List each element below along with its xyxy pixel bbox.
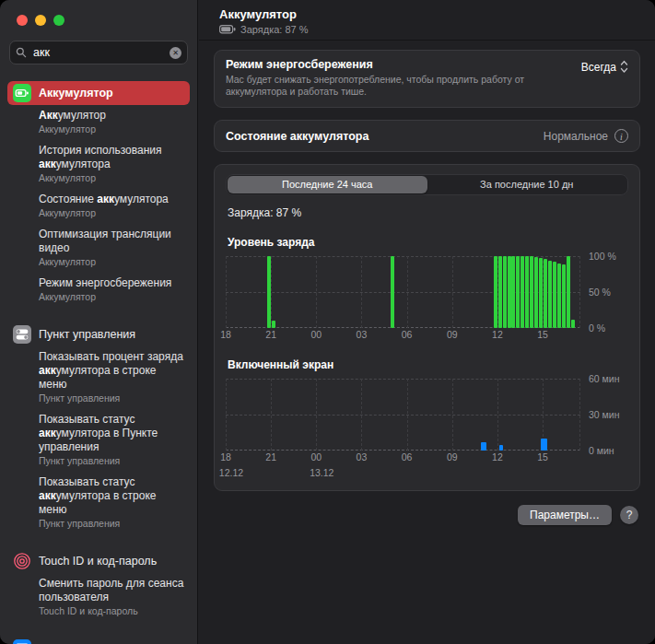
chart-bar [534,257,538,328]
energy-mode-card: Режим энергосбережения Mac будет снижать… [214,50,640,108]
sidebar-result-item[interactable]: Оптимизация трансляции видеоАккумулятор [7,224,190,273]
chart-bar [571,320,575,328]
sidebar-app-item[interactable]: Аккумулятор [7,81,190,105]
result-subtitle: Аккумулятор [39,172,184,184]
chart-bar [557,263,561,328]
gridline [452,379,453,451]
energy-mode-popup[interactable]: Всегда [581,60,628,74]
gridline [226,415,580,416]
zoom-button[interactable] [53,15,64,26]
result-subtitle: Аккумулятор [39,256,184,268]
gridline [316,256,317,328]
date-label: 13.12 [310,467,333,478]
y-axis-label: 100 % [589,251,616,262]
battery-usage-card: Последние 24 часаЗа последние 10 дн Заря… [214,164,640,491]
chart-bar [544,259,547,328]
minimize-button[interactable] [35,15,46,26]
y-axis-label: 0 % [589,322,605,334]
close-button[interactable] [17,15,28,26]
x-axis-label: 21 [265,329,276,340]
x-axis-label: 18 [220,451,231,463]
search-field[interactable]: ✕ [9,41,188,64]
screen-on-chart: Включенный экран 60 мин30 мин0 мин 18210… [226,358,628,479]
sidebar-app-item[interactable]: Дисплеи [7,637,190,644]
x-axis-label: 03 [357,329,368,340]
battery-level-chart: Уровень заряда 100 %50 %0 % 182100030609… [226,236,628,342]
battery-health-value: Нормальное [544,130,608,143]
sidebar-result-item[interactable]: Показывать статус аккумулятора в строке … [7,472,190,534]
battery-status-icon [219,25,236,34]
x-axis-label: 09 [447,329,458,340]
chart-x-axis: 1821000306091215 [226,328,580,342]
sidebar-app-item[interactable]: Пункт управления [7,322,190,346]
result-subtitle: Аккумулятор [39,207,184,219]
result-title: История использования аккумулятора [39,144,184,171]
x-axis-label: 09 [447,451,458,463]
gridline [407,379,408,451]
help-button[interactable]: ? [620,506,638,524]
result-title: Показывать статус аккумулятора в строке … [39,475,184,517]
sidebar-result-item[interactable]: Режим энергосбереженияАккумулятор [7,273,190,308]
display-icon [13,639,31,644]
chart-title: Включенный экран [228,358,626,371]
gridline [407,256,408,328]
energy-mode-value: Всегда [581,61,616,74]
search-icon [16,47,27,58]
chart-date-axis: 12.1213.12 [226,466,580,479]
charge-label: Зарядка: 87 % [228,206,626,219]
chart-bar [481,442,486,451]
chart-plot-area: 100 %50 %0 % [226,256,580,328]
content: Режим энергосбережения Mac будет снижать… [199,41,655,525]
sidebar-app-item[interactable]: Touch ID и код-пароль [7,549,190,573]
chart-bar [539,258,543,328]
x-axis-label: 15 [537,451,548,463]
clear-search-icon[interactable]: ✕ [170,47,181,59]
sidebar-app-label: Touch ID и код-пароль [39,555,157,568]
options-button[interactable]: Параметры… [518,505,612,525]
sidebar-result-item[interactable]: Состояние аккумулятораАккумулятор [7,189,190,224]
chart-bar [553,262,556,328]
chart-x-axis: 1821000306091215 [226,451,580,464]
result-title: Показывать процент заряда аккумулятора в… [39,350,184,392]
gridline [579,379,580,451]
x-axis-label: 12 [492,451,503,463]
sidebar-result-item[interactable]: Сменить пароль для сеанса пользователяTo… [7,573,190,622]
result-title: Режим энергосбережения [39,276,184,290]
info-icon[interactable]: i [614,129,628,143]
result-title: Сменить пароль для сеанса пользователя [39,577,184,604]
chart-bar [498,256,502,328]
sidebar-result-item[interactable]: Показывать процент заряда аккумулятора в… [7,346,190,409]
x-axis-label: 21 [265,451,276,463]
y-axis-label: 60 мин [589,373,619,384]
sidebar-result-item[interactable]: АккумуляторАккумулятор [7,105,190,140]
sidebar-result-item[interactable]: Показывать статус аккумулятора в Пункте … [7,409,190,472]
system-settings-window: ✕ АккумуляторАккумуляторАккумуляторИстор… [0,0,655,644]
y-axis-label: 0 мин [589,445,614,456]
chevron-up-down-icon [620,60,628,74]
sidebar-app-label: Пункт управления [39,328,135,341]
y-axis-label: 50 % [589,287,611,298]
result-subtitle: Touch ID и код-пароль [39,605,184,617]
chart-title: Уровень заряда [228,236,626,249]
x-axis-label: 00 [310,451,322,463]
chart-bar [525,256,529,328]
main-pane: Аккумулятор Зарядка: 87 % Режим энергосб… [199,0,655,644]
result-title: Аккумулятор [39,109,184,123]
segmented-tab[interactable]: За последние 10 дн [427,176,627,193]
gridline [579,256,580,328]
chart-bar [494,256,497,328]
segmented-tab[interactable]: Последние 24 часа [228,176,427,193]
x-axis-label: 06 [402,451,413,463]
search-input[interactable] [31,45,165,60]
battery-health-card: Состояние аккумулятора Нормальное i [214,120,640,152]
gridline [361,256,362,328]
x-axis-label: 03 [357,451,368,463]
result-subtitle: Пункт управления [39,392,184,404]
chart-bar [511,256,515,328]
result-title: Состояние аккумулятора [39,193,184,206]
window-controls [0,0,197,26]
result-subtitle: Пункт управления [39,518,184,530]
sidebar-result-item[interactable]: История использования аккумулятораАккуму… [7,140,190,189]
chart-bar [391,256,394,328]
x-axis-label: 06 [402,329,413,340]
